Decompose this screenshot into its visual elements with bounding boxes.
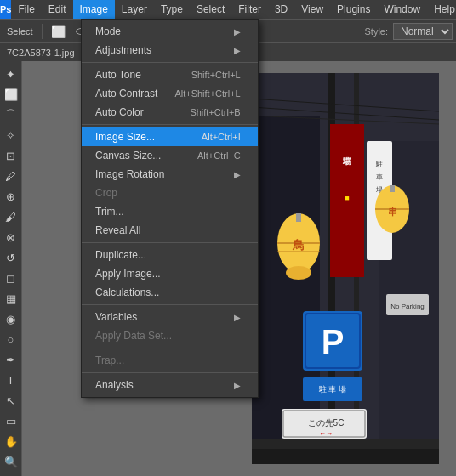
- svg-text:駐: 駐: [375, 161, 383, 168]
- photo-canvas: 駐車場 ■ 駐 車 場 鳥 串: [252, 73, 439, 464]
- zoom-tool[interactable]: 🔍: [2, 452, 20, 471]
- sep-3: [82, 242, 258, 243]
- sep-2: [82, 124, 258, 125]
- sep-6: [82, 372, 258, 373]
- healing-brush-tool[interactable]: ⊕: [2, 187, 20, 206]
- brush-tool[interactable]: 🖌: [2, 207, 20, 226]
- eraser-tool[interactable]: ◻: [2, 269, 20, 287]
- auto-contrast-shortcut: Alt+Shift+Ctrl+L: [174, 88, 240, 99]
- menu-edit[interactable]: Edit: [42, 0, 73, 19]
- marquee-tool[interactable]: ⬜: [2, 85, 20, 104]
- menu-item-apply-data-set[interactable]: Apply Data Set...: [82, 326, 258, 345]
- file-tab-name: 7C2A5873-1.jpg: [7, 48, 75, 58]
- eyedropper-tool[interactable]: 🖊: [2, 167, 20, 185]
- menu-item-trap[interactable]: Trap...: [82, 351, 258, 370]
- menu-filter[interactable]: Filter: [231, 0, 268, 19]
- svg-rect-13: [296, 213, 301, 222]
- menu-help[interactable]: Help: [427, 0, 456, 19]
- style-label: Style:: [364, 26, 388, 37]
- analysis-arrow-icon: ▶: [234, 381, 241, 390]
- menu-item-crop[interactable]: Crop: [82, 184, 258, 202]
- menu-item-image-rotation[interactable]: Image Rotation ▶: [82, 165, 258, 184]
- left-toolbar: ✦ ⬜ ⌒ ✧ ⊡ 🖊 ⊕ 🖌 ⊗ ↺ ◻ ▦ ◉ ○ ✒ T ↖ ▭ ✋ 🔍: [0, 61, 22, 476]
- image-dropdown-menu: Mode ▶ Adjustments ▶ Auto Tone Shift+Ctr…: [81, 19, 259, 398]
- svg-text:■: ■: [345, 194, 349, 202]
- style-select[interactable]: Normal: [393, 23, 453, 40]
- sep-5: [82, 348, 258, 348]
- menu-item-canvas-size[interactable]: Canvas Size... Alt+Ctrl+C: [82, 146, 258, 165]
- menu-select[interactable]: Select: [190, 0, 231, 19]
- gradient-tool[interactable]: ▦: [2, 289, 20, 308]
- image-rotation-arrow-icon: ▶: [234, 170, 241, 179]
- type-tool[interactable]: T: [2, 371, 20, 389]
- move-tool[interactable]: ✦: [2, 65, 20, 83]
- menu-3d[interactable]: 3D: [268, 0, 294, 19]
- svg-text:串: 串: [388, 207, 397, 217]
- marquee-tool-options: Select: [3, 25, 37, 38]
- svg-text:←→: ←→: [319, 430, 333, 438]
- sep-4: [82, 304, 258, 305]
- pen-tool[interactable]: ✒: [2, 350, 20, 369]
- menu-item-duplicate[interactable]: Duplicate...: [82, 246, 258, 264]
- crop-tool[interactable]: ⊡: [2, 146, 20, 165]
- rect-marquee-btn[interactable]: ⬜: [48, 23, 69, 40]
- menu-type[interactable]: Type: [154, 0, 190, 19]
- svg-text:この先5C: この先5C: [308, 418, 345, 428]
- menu-file[interactable]: File: [11, 0, 41, 19]
- svg-rect-33: [252, 447, 439, 464]
- menu-item-adjustments[interactable]: Adjustments ▶: [82, 41, 258, 60]
- dodge-tool[interactable]: ○: [2, 330, 20, 348]
- menu-item-variables[interactable]: Variables ▶: [82, 308, 258, 326]
- menu-layer[interactable]: Layer: [115, 0, 154, 19]
- clone-stamp-tool[interactable]: ⊗: [2, 228, 20, 246]
- svg-rect-34: [252, 439, 439, 449]
- shape-tool[interactable]: ▭: [2, 411, 20, 430]
- canvas-size-shortcut: Alt+Ctrl+C: [197, 150, 241, 161]
- menu-item-image-size[interactable]: Image Size... Alt+Ctrl+I: [82, 128, 258, 146]
- svg-text:駐 車 場: 駐 車 場: [318, 385, 346, 394]
- photo-svg: 駐車場 ■ 駐 車 場 鳥 串: [252, 73, 439, 464]
- menu-plugins[interactable]: Plugins: [330, 0, 377, 19]
- menu-window[interactable]: Window: [377, 0, 427, 19]
- menu-image[interactable]: Image: [73, 0, 115, 19]
- svg-text:鳥: 鳥: [292, 238, 305, 252]
- mode-arrow-icon: ▶: [234, 27, 241, 37]
- menu-item-auto-contrast[interactable]: Auto Contrast Alt+Shift+Ctrl+L: [82, 84, 258, 103]
- menu-item-apply-image[interactable]: Apply Image...: [82, 264, 258, 283]
- sep-1: [82, 62, 258, 63]
- svg-text:P: P: [322, 323, 345, 360]
- auto-tone-shortcut: Shift+Ctrl+L: [191, 70, 241, 80]
- menu-bar: Ps File Edit Image Layer Type Select Fil…: [0, 0, 456, 19]
- variables-arrow-icon: ▶: [234, 313, 241, 322]
- hand-tool[interactable]: ✋: [2, 432, 20, 450]
- svg-text:No Parking: No Parking: [390, 303, 425, 310]
- ps-logo[interactable]: Ps: [0, 0, 11, 19]
- menu-item-reveal-all[interactable]: Reveal All: [82, 221, 258, 240]
- image-size-shortcut: Alt+Ctrl+I: [202, 132, 241, 142]
- menu-item-trim[interactable]: Trim...: [82, 202, 258, 221]
- magic-wand-tool[interactable]: ✧: [2, 126, 20, 144]
- menu-item-auto-tone[interactable]: Auto Tone Shift+Ctrl+L: [82, 65, 258, 84]
- path-selection-tool[interactable]: ↖: [2, 391, 20, 410]
- menu-view[interactable]: View: [294, 0, 330, 19]
- history-brush-tool[interactable]: ↺: [2, 248, 20, 267]
- auto-color-shortcut: Shift+Ctrl+B: [190, 107, 240, 117]
- lasso-tool[interactable]: ⌒: [2, 105, 20, 124]
- svg-point-16: [286, 266, 311, 280]
- menu-item-mode[interactable]: Mode ▶: [82, 22, 258, 41]
- svg-text:車: 車: [376, 173, 383, 181]
- blur-tool[interactable]: ◉: [2, 309, 20, 328]
- toolbar-sep-1: [42, 24, 43, 39]
- menu-item-analysis[interactable]: Analysis ▶: [82, 376, 258, 394]
- adjustments-arrow-icon: ▶: [234, 46, 241, 55]
- menu-item-calculations[interactable]: Calculations...: [82, 283, 258, 302]
- menu-item-auto-color[interactable]: Auto Color Shift+Ctrl+B: [82, 103, 258, 122]
- svg-rect-19: [390, 185, 395, 192]
